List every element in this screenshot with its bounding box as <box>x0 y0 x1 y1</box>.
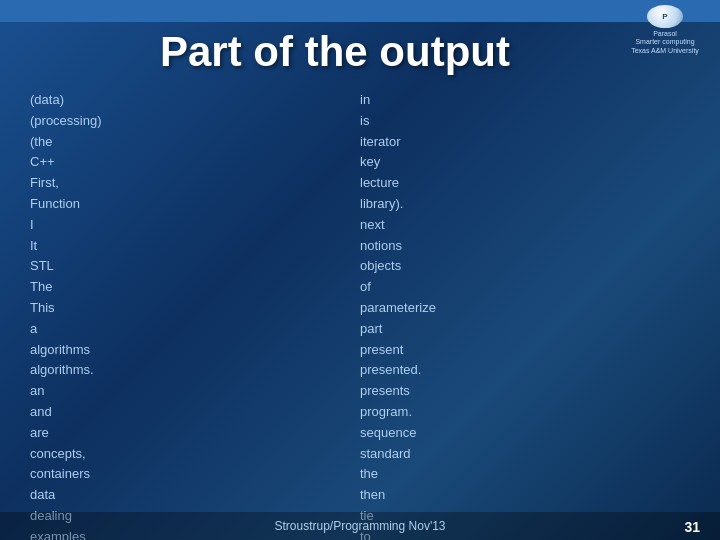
left-column: (data)(processing)(theC++First,FunctionI… <box>30 90 160 540</box>
list-item: present <box>360 340 520 361</box>
list-item: C++ <box>30 152 160 173</box>
logo-text: ParasolSmarter computingTexas A&M Univer… <box>631 30 699 55</box>
list-item: First, <box>30 173 160 194</box>
list-item: of <box>360 277 520 298</box>
list-item: the <box>360 464 520 485</box>
list-item: concepts, <box>30 444 160 465</box>
logo-area: P ParasolSmarter computingTexas A&M Univ… <box>620 5 710 55</box>
list-item: lecture <box>360 173 520 194</box>
list-item: algorithms <box>30 340 160 361</box>
list-item: (the <box>30 132 160 153</box>
slide-title: Part of the output <box>160 28 610 76</box>
right-column: inisiteratorkeylecturelibrary).nextnotio… <box>360 90 520 540</box>
list-item: I <box>30 215 160 236</box>
list-item: presents <box>360 381 520 402</box>
list-item: presented. <box>360 360 520 381</box>
list-item: program. <box>360 402 520 423</box>
list-item: a <box>30 319 160 340</box>
top-bar <box>0 0 720 22</box>
footer-bar: Stroustrup/Programming Nov'13 <box>0 512 720 540</box>
list-item: in <box>360 90 520 111</box>
list-item: then <box>360 485 520 506</box>
list-item: an <box>30 381 160 402</box>
slide-number: 31 <box>684 519 700 535</box>
list-item: The <box>30 277 160 298</box>
list-item: iterator <box>360 132 520 153</box>
list-item: parameterize <box>360 298 520 319</box>
list-item: data <box>30 485 160 506</box>
list-item: (processing) <box>30 111 160 132</box>
list-item: are <box>30 423 160 444</box>
list-item: key <box>360 152 520 173</box>
list-item: (data) <box>30 90 160 111</box>
list-item: next <box>360 215 520 236</box>
list-item: containers <box>30 464 160 485</box>
list-item: This <box>30 298 160 319</box>
list-item: STL <box>30 256 160 277</box>
list-item: objects <box>360 256 520 277</box>
list-item: algorithms. <box>30 360 160 381</box>
list-item: notions <box>360 236 520 257</box>
list-item: It <box>30 236 160 257</box>
footer-text: Stroustrup/Programming Nov'13 <box>274 519 445 533</box>
list-item: sequence <box>360 423 520 444</box>
list-item: part <box>360 319 520 340</box>
list-item: and <box>30 402 160 423</box>
list-item: is <box>360 111 520 132</box>
list-item: Function <box>30 194 160 215</box>
list-item: library). <box>360 194 520 215</box>
list-item: standard <box>360 444 520 465</box>
logo-icon: P <box>647 5 683 28</box>
